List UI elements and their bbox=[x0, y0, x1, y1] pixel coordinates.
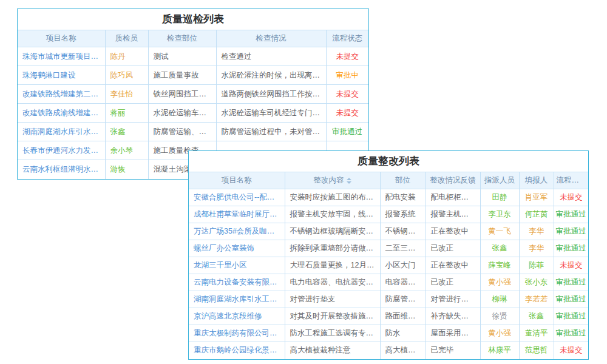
column-label: 指派人员 bbox=[484, 176, 515, 184]
rectify-feedback: 对管进行垫支 bbox=[426, 291, 480, 308]
sort-icon[interactable] bbox=[347, 175, 351, 186]
status-text: 未提交 bbox=[326, 85, 368, 104]
column-label: 检查部位 bbox=[167, 34, 197, 42]
project-name-link[interactable]: 改建铁路成渝线增建第... bbox=[18, 104, 105, 123]
rectify-content: 对管进行垫支 bbox=[285, 291, 380, 308]
status-text: 审批通过 bbox=[554, 325, 588, 342]
column-label: 检查情况 bbox=[256, 34, 287, 42]
column-label: 填报人 bbox=[525, 176, 548, 184]
assignee-name: 张鑫 bbox=[480, 240, 519, 257]
rectify-part: 不锈钢安装... bbox=[380, 223, 426, 240]
rectify-header-5: 填报人 bbox=[519, 172, 554, 189]
project-name-link[interactable]: 湖南洞庭湖水库引水工程施工... bbox=[189, 291, 285, 308]
inspector-name: 李佳怡 bbox=[105, 85, 148, 104]
inspector-name: 游恢 bbox=[105, 160, 148, 179]
inspection-row: 湖南洞庭湖水库引水工...张鑫防腐管运输、布管防腐管运输过程中，未对管进行...… bbox=[18, 123, 368, 141]
column-label: 流程状态 bbox=[557, 176, 587, 184]
inspection-header-4: 流程状态 bbox=[326, 30, 368, 47]
status-text: 审批通过 bbox=[554, 206, 588, 223]
project-name-link[interactable]: 安徽合肥供电公司--配电设备... bbox=[189, 189, 285, 206]
column-label: 部位 bbox=[395, 176, 410, 184]
project-name-link[interactable]: 长春市伊通河水力发电... bbox=[18, 141, 105, 160]
rectify-list-title: 质量整改列表 bbox=[189, 151, 588, 172]
project-name-link[interactable]: 重庆太极制药有限公司亳州中... bbox=[189, 325, 285, 342]
rectify-content: 拆除到承重墙部分请做好加固... bbox=[285, 240, 380, 257]
status-text: 审批通过 bbox=[554, 291, 588, 308]
project-name-link[interactable]: 改建铁路线增建第二线... bbox=[18, 85, 105, 104]
inspection-header-1: 质检员 bbox=[105, 30, 148, 47]
project-name-link[interactable]: 重庆市鹅岭公园绿化景观提升... bbox=[189, 342, 285, 359]
status-text: 未提交 bbox=[554, 189, 588, 206]
inspection-header-3: 检查情况 bbox=[216, 30, 326, 47]
reporter-name: 董清平 bbox=[519, 325, 554, 342]
project-name-link[interactable]: 龙湖三千里小区 bbox=[189, 257, 285, 274]
status-text: 审批通过 bbox=[326, 123, 368, 141]
rectify-header-2: 部位 bbox=[380, 172, 426, 189]
status-text: 未提交 bbox=[554, 257, 588, 274]
rectify-row: 湖南洞庭湖水库引水工程施工...对管进行垫支防腐管运输...对管进行垫支柳琳李若… bbox=[189, 291, 588, 308]
inspector-name: 陈巧凤 bbox=[105, 66, 148, 85]
rectify-part: 防腐管运输... bbox=[380, 291, 426, 308]
reporter-name: 李华 bbox=[519, 223, 554, 240]
rectify-header-1[interactable]: 整改内容 bbox=[285, 172, 380, 189]
assignee-name: 徐贤 bbox=[480, 308, 519, 325]
inspection-list-title: 质量巡检列表 bbox=[18, 9, 368, 30]
rectify-feedback: 已改正 bbox=[426, 274, 480, 291]
check-situation: 道路两侧铁丝网围挡工作按设计... bbox=[216, 85, 326, 104]
rectify-part: 防水 bbox=[380, 325, 426, 342]
inspection-header-2: 检查部位 bbox=[148, 30, 216, 47]
reporter-name: 何芷茵 bbox=[519, 206, 554, 223]
rectify-content: 大理石质量更换，12月31日之... bbox=[285, 257, 380, 274]
rectify-part: 高大植被栽种 bbox=[380, 342, 426, 359]
rectify-part: 小区大门 bbox=[380, 257, 426, 274]
column-label: 项目名称 bbox=[46, 34, 76, 42]
caret-down-icon bbox=[347, 181, 351, 186]
reporter-name: 范思哲 bbox=[519, 342, 554, 359]
rectify-content: 安装时应按施工图的布置，将... bbox=[285, 189, 380, 206]
project-name-link[interactable]: 螺丝厂办公室装饰 bbox=[189, 240, 285, 257]
rectify-header-4: 指派人员 bbox=[480, 172, 519, 189]
project-name-link[interactable]: 成都杜甫草堂临时展厅独立展... bbox=[189, 206, 285, 223]
rectify-header-row: 项目名称整改内容部位整改情况反馈指派人员填报人流程状态 bbox=[189, 172, 588, 189]
rectify-header-6: 流程状态 bbox=[554, 172, 588, 189]
rectify-content: 电力电容器、电抗器安装方案... bbox=[285, 274, 380, 291]
check-part: 铁丝网围挡工作检查 bbox=[148, 85, 216, 104]
inspection-header-0: 项目名称 bbox=[18, 30, 105, 47]
project-name-link[interactable]: 湖南洞庭湖水库引水工... bbox=[18, 123, 105, 141]
column-label: 质检员 bbox=[115, 34, 138, 42]
rectify-part: 路面维修检... bbox=[380, 308, 426, 325]
inspection-header-row: 项目名称质检员检查部位检查情况流程状态 bbox=[18, 30, 368, 47]
reporter-name: 陈菲 bbox=[519, 257, 554, 274]
check-situation: 水泥砼灌注的时候，出现离析现象 bbox=[216, 66, 326, 85]
rectify-feedback: 报警主机安放... bbox=[426, 206, 480, 223]
check-situation: 水泥砼运输车司机经过专门培训... bbox=[216, 104, 326, 123]
rectify-part: 电容器安装... bbox=[380, 274, 426, 291]
inspection-row: 改建铁路线增建第二线...李佳怡铁丝网围挡工作检查道路两侧铁丝网围挡工作按设计.… bbox=[18, 85, 368, 104]
reporter-name: 李华 bbox=[519, 240, 554, 257]
rectify-content: 高大植被栽种注意 bbox=[285, 342, 380, 359]
project-name-link[interactable]: 云南电力设备安装有限公司20... bbox=[189, 274, 285, 291]
reporter-name: 肖亚军 bbox=[519, 189, 554, 206]
rectify-row: 安徽合肥供电公司--配电设备...安装时应按施工图的布置，将...配电安装配电柜… bbox=[189, 189, 588, 206]
project-name-link[interactable]: 云南水利枢纽潜明水库... bbox=[18, 160, 105, 179]
project-name-link[interactable]: 京沪高速北京段维修 bbox=[189, 308, 285, 325]
check-part: 测试 bbox=[148, 47, 216, 66]
reporter-name: 张鑫 bbox=[519, 308, 554, 325]
project-name-link[interactable]: 万达广场35#会所及咖啡厅空... bbox=[189, 223, 285, 240]
rectify-row: 成都杜甫草堂临时展厅独立展...报警主机安放牢固，线缆连接...报警系统报警主机… bbox=[189, 206, 588, 223]
rectify-row: 螺丝厂办公室装饰拆除到承重墙部分请做好加固...二至三楼混...已改正张鑫李华审… bbox=[189, 240, 588, 257]
inspection-row: 珠海市城市更新项目紫...陈丹测试检查通过未提交 bbox=[18, 47, 368, 66]
status-text: 审批通过 bbox=[554, 308, 588, 325]
status-text: 审批通过 bbox=[554, 240, 588, 257]
caret-up-icon bbox=[347, 175, 351, 180]
rectify-content: 报警主机安放牢固，线缆连接... bbox=[285, 206, 380, 223]
rectify-feedback: 已改正 bbox=[426, 240, 480, 257]
status-text: 审批通过 bbox=[554, 223, 588, 240]
assignee-name: 黄小强 bbox=[480, 274, 519, 291]
rectify-feedback: 正在整改中 bbox=[426, 257, 480, 274]
check-part: 防腐管运输、布管 bbox=[148, 123, 216, 141]
project-name-link[interactable]: 珠海市城市更新项目紫... bbox=[18, 47, 105, 66]
assignee-name: 柳琳 bbox=[480, 291, 519, 308]
rectify-row: 龙湖三千里小区大理石质量更换，12月31日之...小区大门正在整改中薛宝峰陈菲未… bbox=[189, 257, 588, 274]
project-name-link[interactable]: 珠海鹤港口建设 bbox=[18, 66, 105, 85]
